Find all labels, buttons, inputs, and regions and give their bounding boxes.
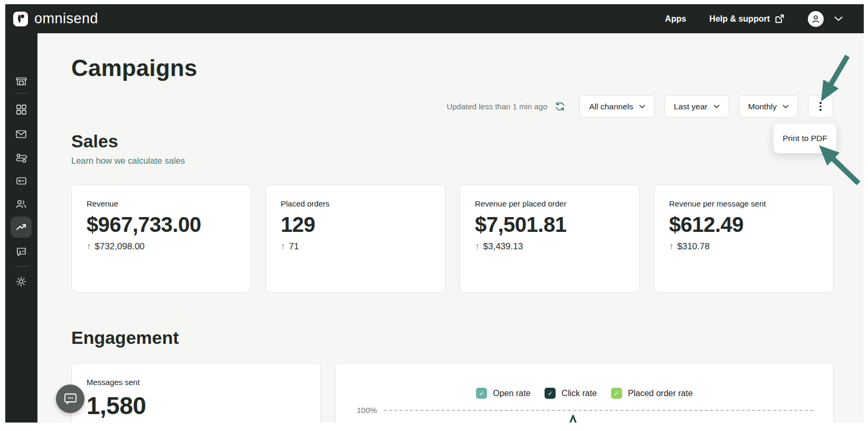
metric-delta: ↑$732,098.00: [87, 241, 236, 252]
checkbox-checked-icon: ✓: [611, 388, 622, 399]
sidebar-item-store[interactable]: [12, 71, 31, 90]
increase-arrow-icon: ↑: [475, 241, 480, 252]
engagement-chart-card: ✓ Open rate ✓ Click rate ✓ Placed order …: [335, 363, 834, 423]
metric-label: Revenue per message sent: [669, 199, 818, 208]
automation-icon: [15, 152, 27, 164]
sidebar-divider: [14, 266, 29, 267]
metric-value: $7,501.81: [475, 213, 624, 237]
sidebar-item-campaigns[interactable]: [12, 125, 31, 144]
legend-item-click-rate[interactable]: ✓ Click rate: [545, 388, 597, 399]
kebab-icon: [819, 102, 822, 111]
sidebar-item-reports-active[interactable]: [11, 217, 32, 238]
apps-link[interactable]: Apps: [665, 14, 686, 24]
gear-icon: [15, 275, 27, 288]
checkbox-checked-icon: ✓: [545, 388, 556, 399]
increase-arrow-icon: ↑: [281, 241, 285, 252]
avatar: [808, 11, 824, 27]
forms-icon: [15, 175, 27, 187]
sidebar-item-reviews[interactable]: [12, 242, 31, 261]
refresh-icon: [555, 101, 566, 112]
sidebar-item-audience[interactable]: [12, 194, 31, 213]
metric-label: Revenue per placed order: [475, 199, 624, 208]
gridline-100pct: [384, 410, 813, 411]
metric-label: Messages sent: [87, 378, 306, 387]
chat-widget-button[interactable]: [56, 385, 84, 413]
app-frame: omnisend Apps Help & support: [5, 4, 864, 423]
metric-value: $967,733.00: [87, 213, 236, 237]
metric-card-revenue: Revenue $967,733.00 ↑$732,098.00: [71, 184, 251, 293]
sidebar: [5, 33, 37, 423]
external-link-icon: [775, 14, 785, 24]
chevron-down-icon: [834, 16, 843, 21]
sidebar-divider: [14, 93, 29, 93]
engagement-cards-row: Messages sent 1,580 ↑799 ✓ Open rate ✓ C…: [71, 363, 834, 423]
chevron-down-icon: [713, 105, 720, 109]
metric-card-revenue-per-order: Revenue per placed order $7,501.81 ↑$3,4…: [460, 184, 640, 293]
omnisend-logo-icon: [13, 12, 28, 26]
channel-filter-dropdown[interactable]: All channels: [579, 95, 655, 118]
print-to-pdf-menu-item[interactable]: Print to PDF: [783, 134, 827, 143]
sidebar-item-forms[interactable]: [12, 171, 31, 190]
help-support-link[interactable]: Help & support: [709, 14, 785, 24]
brand-name: omnisend: [34, 11, 98, 27]
email-icon: [15, 128, 27, 140]
annotation-arrow-to-kebab: [821, 55, 850, 102]
sales-heading: Sales: [71, 131, 118, 152]
brand-logo[interactable]: omnisend: [13, 11, 98, 27]
legend-item-placed-order-rate[interactable]: ✓ Placed order rate: [611, 388, 693, 399]
metric-card-revenue-per-message: Revenue per message sent $612.49 ↑$310.7…: [654, 184, 834, 293]
sidebar-item-dashboard[interactable]: [12, 100, 31, 119]
topbar: omnisend Apps Help & support: [5, 4, 864, 33]
metric-value: 1,580: [87, 391, 306, 420]
chevron-down-icon: [783, 105, 789, 109]
store-icon: [15, 75, 27, 87]
account-menu[interactable]: [808, 11, 843, 27]
metric-label: Revenue: [87, 199, 236, 208]
reports-trending-icon: [15, 221, 27, 233]
chart-legend: ✓ Open rate ✓ Click rate ✓ Placed order …: [336, 388, 833, 399]
metric-card-placed-orders: Placed orders 129 ↑71: [265, 184, 445, 293]
increase-arrow-icon: ↑: [87, 241, 91, 252]
sales-cards-row: Revenue $967,733.00 ↑$732,098.00 Placed …: [71, 184, 834, 293]
page-title: Campaigns: [71, 55, 197, 81]
sidebar-item-automation[interactable]: [12, 148, 31, 167]
engagement-heading: Engagement: [71, 327, 179, 348]
learn-sales-link[interactable]: Learn how we calculate sales: [71, 156, 185, 166]
refresh-button[interactable]: [555, 101, 566, 112]
updated-status: Updated less than 1 min ago: [446, 102, 547, 111]
metric-label: Placed orders: [281, 199, 430, 208]
granularity-filter-dropdown[interactable]: Monthly: [739, 95, 798, 118]
topbar-right: Apps Help & support: [665, 11, 843, 27]
metric-value: $612.49: [669, 213, 818, 237]
legend-item-open-rate[interactable]: ✓ Open rate: [476, 388, 530, 399]
checkbox-checked-icon: ✓: [476, 388, 487, 399]
report-controls: Updated less than 1 min ago All channels…: [446, 95, 833, 118]
metric-delta: ↑$310.78: [669, 241, 818, 252]
metric-card-messages-sent: Messages sent 1,580 ↑799: [71, 363, 321, 423]
metric-value: 129: [281, 213, 430, 237]
y-axis-label: 100%: [357, 406, 377, 415]
chevron-down-icon: [639, 105, 645, 109]
audience-icon: [15, 198, 27, 210]
increase-arrow-icon: ↑: [669, 241, 674, 252]
sidebar-item-settings[interactable]: [12, 272, 31, 291]
reviews-icon: [15, 246, 27, 258]
metric-delta: ↑$3,439.13: [475, 241, 624, 252]
period-filter-dropdown[interactable]: Last year: [664, 95, 729, 118]
chat-bubble-icon: [63, 392, 78, 406]
more-actions-menu: Print to PDF: [774, 124, 836, 153]
metric-delta: ↑71: [281, 241, 430, 252]
dashboard-grid-icon: [15, 104, 27, 115]
more-actions-button[interactable]: [808, 95, 833, 118]
click-rate-line-peak: [560, 411, 587, 423]
